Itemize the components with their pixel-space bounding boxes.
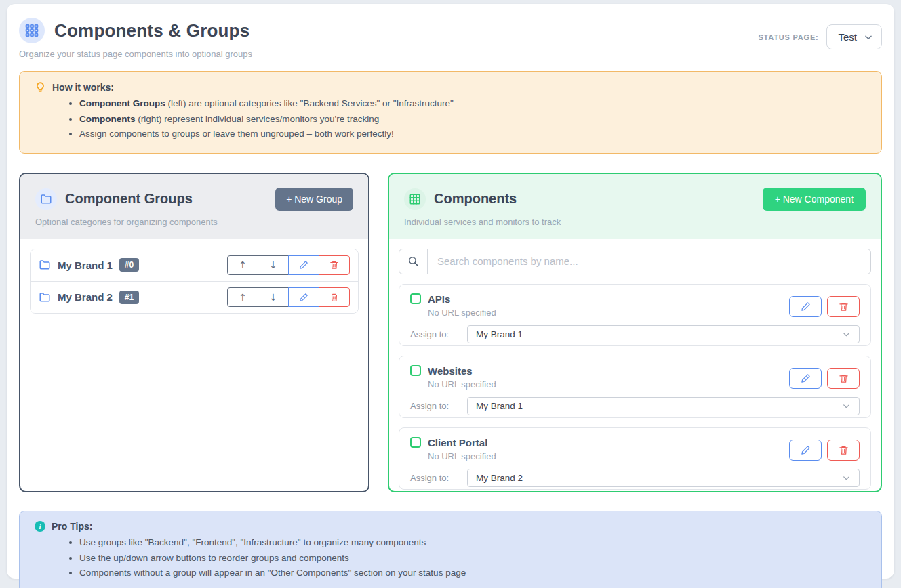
component-checkbox[interactable] bbox=[410, 365, 421, 376]
component-card: APIs No URL specified bbox=[399, 284, 871, 346]
group-actions: ↑ ↓ bbox=[227, 255, 350, 275]
assign-to-label: Assign to: bbox=[410, 401, 467, 411]
how-it-works-bullet: Assign components to groups or leave the… bbox=[79, 128, 866, 141]
group-order-badge: #0 bbox=[119, 258, 139, 272]
edit-group-button[interactable] bbox=[288, 255, 319, 275]
groups-panel-header: Component Groups + New Group Optional ca… bbox=[20, 174, 368, 239]
arrow-down-icon: ↓ bbox=[269, 259, 277, 270]
new-component-button[interactable]: + New Component bbox=[763, 188, 866, 211]
move-group-down-button[interactable]: ↓ bbox=[258, 287, 289, 307]
assign-group-select[interactable]: My Brand 1 bbox=[467, 397, 860, 415]
components-icon-circle bbox=[404, 188, 426, 210]
search-icon bbox=[407, 255, 419, 267]
group-list: My Brand 1 #0 ↑ ↓ bbox=[30, 249, 359, 314]
components-panel: Components + New Component Individual se… bbox=[388, 173, 882, 492]
component-url-text: No URL specified bbox=[428, 308, 496, 318]
arrow-up-icon: ↑ bbox=[239, 259, 247, 270]
pencil-icon bbox=[299, 260, 308, 270]
component-checkbox[interactable] bbox=[410, 293, 421, 304]
trash-icon bbox=[839, 301, 849, 312]
how-it-works-bullet: Component Groups (left) are optional cat… bbox=[79, 98, 866, 110]
main-card: Components & Groups Organize your status… bbox=[7, 4, 894, 579]
component-checkbox[interactable] bbox=[410, 437, 421, 448]
group-name: My Brand 2 bbox=[58, 291, 113, 303]
groups-panel-subtitle: Optional categories for organizing compo… bbox=[35, 217, 353, 227]
move-group-up-button[interactable]: ↑ bbox=[227, 287, 258, 307]
status-page-value: Test bbox=[838, 31, 857, 43]
groups-panel-title: Component Groups bbox=[65, 191, 275, 207]
page-subtitle: Organize your status page components int… bbox=[19, 49, 252, 59]
edit-component-button[interactable] bbox=[789, 368, 822, 389]
pro-tips-callout: i Pro Tips: Use groups like "Backend", "… bbox=[19, 511, 882, 588]
component-card: Client Portal No URL specified bbox=[399, 427, 871, 490]
component-search-bar bbox=[399, 249, 871, 274]
info-icon: i bbox=[35, 521, 45, 532]
folder-icon bbox=[39, 259, 51, 271]
status-page-label: STATUS PAGE: bbox=[758, 33, 818, 41]
delete-component-button[interactable] bbox=[827, 296, 860, 317]
how-it-works-title: How it works: bbox=[52, 82, 114, 93]
chevron-down-icon bbox=[842, 330, 851, 339]
pro-tip-bullet: Use the up/down arrow buttons to reorder… bbox=[79, 552, 866, 565]
group-row: My Brand 1 #0 ↑ ↓ bbox=[31, 249, 358, 281]
groups-panel-body: My Brand 1 #0 ↑ ↓ bbox=[20, 239, 368, 491]
components-app-icon bbox=[19, 18, 45, 43]
edit-component-button[interactable] bbox=[789, 440, 822, 461]
table-grid-icon bbox=[409, 193, 421, 205]
assign-to-label: Assign to: bbox=[410, 329, 467, 339]
delete-group-button[interactable] bbox=[319, 287, 350, 307]
group-name: My Brand 1 bbox=[58, 259, 113, 271]
chevron-down-icon bbox=[842, 402, 851, 411]
group-row: My Brand 2 #1 ↑ ↓ bbox=[31, 281, 358, 313]
edit-component-button[interactable] bbox=[789, 296, 822, 317]
delete-group-button[interactable] bbox=[319, 255, 350, 275]
assigned-group-value: My Brand 1 bbox=[476, 401, 523, 411]
page-header: Components & Groups Organize your status… bbox=[19, 18, 882, 59]
trash-icon bbox=[839, 373, 849, 383]
trash-icon bbox=[839, 445, 849, 455]
group-actions: ↑ ↓ bbox=[227, 287, 350, 307]
trash-icon bbox=[329, 293, 339, 302]
pencil-icon bbox=[299, 293, 308, 302]
arrow-down-icon: ↓ bbox=[269, 292, 277, 303]
pro-tips-title: Pro Tips: bbox=[52, 521, 92, 532]
how-it-works-bullet: Components (right) represent individual … bbox=[79, 113, 866, 126]
delete-component-button[interactable] bbox=[827, 368, 860, 389]
trash-icon bbox=[329, 260, 339, 270]
assign-to-label: Assign to: bbox=[410, 473, 467, 483]
components-panel-body: APIs No URL specified bbox=[389, 239, 881, 492]
pencil-icon bbox=[801, 301, 811, 312]
pencil-icon bbox=[801, 373, 811, 383]
components-panel-header: Components + New Component Individual se… bbox=[389, 174, 881, 239]
how-it-works-callout: How it works: Component Groups (left) ar… bbox=[19, 71, 882, 154]
assign-group-select[interactable]: My Brand 1 bbox=[467, 325, 860, 343]
status-page-select[interactable]: Test bbox=[826, 24, 882, 49]
status-page-picker: STATUS PAGE: Test bbox=[758, 24, 882, 49]
folder-icon bbox=[40, 193, 52, 205]
assigned-group-value: My Brand 1 bbox=[476, 329, 523, 339]
chevron-down-icon bbox=[842, 474, 851, 482]
how-it-works-list: Component Groups (left) are optional cat… bbox=[35, 98, 866, 141]
grid-icon bbox=[25, 24, 39, 37]
page-title: Components & Groups bbox=[54, 20, 249, 41]
new-group-button[interactable]: + New Group bbox=[275, 188, 353, 211]
groups-icon-circle bbox=[35, 188, 57, 210]
component-name: Client Portal bbox=[428, 437, 487, 448]
assign-group-select[interactable]: My Brand 2 bbox=[467, 469, 860, 487]
lightbulb-icon bbox=[35, 81, 46, 93]
component-url-text: No URL specified bbox=[428, 451, 496, 461]
edit-group-button[interactable] bbox=[288, 287, 319, 307]
search-components-input[interactable] bbox=[428, 249, 870, 274]
move-group-down-button[interactable]: ↓ bbox=[258, 255, 289, 275]
move-group-up-button[interactable]: ↑ bbox=[227, 255, 258, 275]
component-url-text: No URL specified bbox=[428, 379, 496, 390]
components-panel-title: Components bbox=[434, 191, 763, 207]
delete-component-button[interactable] bbox=[827, 440, 860, 461]
component-card: Websites No URL specified bbox=[399, 356, 871, 418]
search-addon bbox=[399, 249, 428, 274]
components-panel-subtitle: Individual services and monitors to trac… bbox=[404, 217, 866, 227]
pro-tip-bullet: Use groups like "Backend", "Frontend", "… bbox=[79, 537, 866, 549]
component-groups-panel: Component Groups + New Group Optional ca… bbox=[19, 173, 369, 492]
group-order-badge: #1 bbox=[119, 291, 139, 304]
component-name: Websites bbox=[428, 365, 473, 377]
